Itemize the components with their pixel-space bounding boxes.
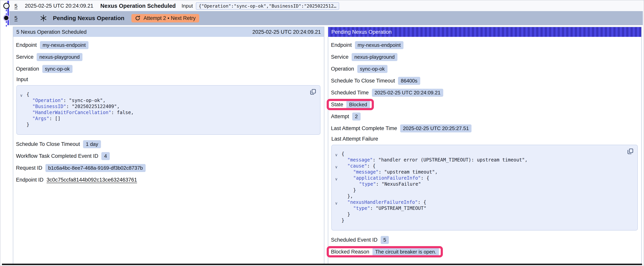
event-field-service: Servicenexus-playground [16,53,82,61]
json-line: ∨"nexusHandlerFailureInfo": { [335,199,624,205]
field-value-chip: 2 [352,113,360,121]
field-label: Workflow Task Completed Event ID [16,153,98,159]
field-value-chip: 86400s [398,77,420,85]
event-detail-panel: 5 Nexus Operation Scheduled 2025-02-25 U… [13,27,324,264]
timeline-pending-marker-filled[interactable] [4,16,8,20]
event-id-link[interactable]: 5 [14,3,18,9]
event-field-operation: Operationsync-op-ok [16,65,72,73]
field-value-chip: my-nexus-endpoint [355,41,404,49]
json-line: ∨"applicationFailureInfo": { [335,175,624,181]
event-detail-header: 5 Nexus Operation Scheduled 2025-02-25 U… [13,27,324,37]
field-label: Attempt [331,114,349,120]
field-label: Operation [331,66,354,72]
pending-field-endpoint: Endpointmy-nexus-endpoint [331,41,404,49]
pending-field-scheduled-time: Scheduled Time2025-02-25 UTC 20:24:09.21 [331,88,443,97]
json-line: "message": "handler error (UPSTREAM_TIME… [335,157,624,163]
field-value-chip: b1c6a4bc-8ee7-468a-9169-df3b02c8737b [46,164,146,172]
event-field-workflow-task-completed-event-id: Workflow Task Completed Event ID4 [16,152,110,160]
json-line: "HandlerWaitForCancellation": false, [20,110,306,116]
input-section-label: Input [16,76,321,83]
field-label: Service [16,54,34,60]
pending-id-link[interactable]: 5 [14,15,18,21]
pending-field-service: Servicenexus-playground [331,53,398,61]
last-attempt-failure-label: Last Attempt Failure [331,136,638,142]
field-label: Scheduled Time [331,90,369,96]
event-timestamp: 2025-02-25 UTC 20:24:09.21 [25,3,93,9]
field-label: State [331,102,343,108]
field-value-chip: nexus-playground [352,53,398,61]
field-value-chip: sync-op-ok [357,65,388,73]
event-detail-header-timestamp: 2025-02-25 UTC 20:24:09.21 [252,29,321,35]
event-detail-header-title: 5 Nexus Operation Scheduled [16,29,86,35]
event-input-preview-chip[interactable]: {"Operation":"sync-op-ok","BusinessID":"… [196,2,339,10]
json-line: "type": "NexusFailure" [335,181,624,187]
event-field-endpoint: Endpointmy-nexus-endpoint [16,41,88,49]
field-value-chip: sync-op-ok [42,65,72,73]
input-json-viewer: ∨{"Operation": "sync-op-ok","BusinessID"… [16,85,320,135]
field-label: Service [331,54,348,60]
field-label: Operation [16,66,39,72]
field-label: Endpoint ID [16,177,44,183]
retry-icon [135,15,141,21]
pending-field-last-attempt-complete-time: Last Attempt Complete Time2025-02-25 UTC… [331,124,472,133]
event-title: Nexus Operation Scheduled [100,3,176,9]
pending-operation-panel: Pending Nexus Operation Endpointmy-nexus… [328,27,642,264]
pending-field-scheduled-event-id: Scheduled Event ID5 [331,235,389,244]
failure-json-viewer: ∨{"message": "handler error (UPSTREAM_TI… [331,145,638,230]
timeline-event-marker-open[interactable] [3,3,10,9]
field-label: Endpoint [331,42,352,48]
retry-attempt-badge: Attempt 2 • Next Retry [131,14,199,23]
pending-panel-header: Pending Nexus Operation [328,27,641,37]
json-line: } [20,122,306,128]
pending-field-state: StateBlocked [331,100,370,109]
field-value-chip: nexus-playground [37,53,82,61]
copy-icon[interactable] [627,148,634,155]
json-line: ∨{ [335,151,624,157]
json-line: "BusinessID": "20250225122409", [20,104,306,110]
event-field-request-id: Request IDb1c6a4bc-8ee7-468a-9169-df3b02… [16,164,146,172]
field-label: Schedule To Close Timeout [16,141,80,147]
field-label: Last Attempt Complete Time [331,125,397,131]
json-line: } [335,217,624,223]
field-value-chip: Blocked [346,101,370,109]
field-value-chip: 2025-02-25 UTC 20:25:27.51 [400,124,472,132]
workflow-event-history-view: 5 2025-02-25 UTC 20:24:09.21 Nexus Opera… [0,0,644,266]
field-value-link[interactable]: 3c0c75ccfa8144b092c13ce632463761 [46,177,137,183]
json-line: "Operation": "sync-op-ok", [20,98,306,104]
field-value-chip: my-nexus-endpoint [40,41,88,49]
field-label: Scheduled Event ID [331,237,378,243]
event-field-schedule-to-close-timeout: Schedule To Close Timeout1 day [16,140,101,148]
pending-operation-row[interactable]: 5 Pending Nexus Operation Attempt 2 • Ne… [9,11,643,25]
pending-field-attempt: Attempt2 [331,112,360,121]
field-label: Blocked Reason [331,249,369,255]
pending-asterisk-icon [39,14,48,22]
field-value-chip: 1 day [83,140,101,148]
field-label: Schedule To Close Timeout [331,78,395,84]
json-line: } [335,187,624,193]
retry-badge-label: Attempt 2 • Next Retry [144,15,196,21]
json-line: ∨{ [20,92,306,98]
pending-field-operation: Operationsync-op-ok [331,65,388,73]
event-row-nexus-operation-scheduled[interactable]: 5 2025-02-25 UTC 20:24:09.21 Nexus Opera… [9,1,643,11]
copy-icon[interactable] [310,88,316,95]
field-label: Request ID [16,165,42,171]
json-line: ∨"cause": { [335,163,624,169]
window-bottom-edge [2,264,642,265]
pending-panel-header-title: Pending Nexus Operation [331,29,392,35]
json-line: }, [335,193,624,199]
field-label: Endpoint [16,42,37,48]
json-line: } [335,211,624,217]
field-value-chip: 2025-02-25 UTC 20:24:09.21 [372,89,443,97]
json-line: "type": "UPSTREAM_TIMEOUT" [335,205,624,211]
field-value-chip: 4 [101,152,110,160]
event-field-endpoint-id: Endpoint ID3c0c75ccfa8144b092c13ce632463… [16,175,137,184]
pending-field-blocked-reason: Blocked ReasonThe circuit breaker is ope… [331,247,439,256]
json-line: "Args": [] [20,116,306,122]
pending-field-schedule-to-close-timeout: Schedule To Close Timeout86400s [331,76,420,85]
pending-title: Pending Nexus Operation [53,15,124,22]
json-line: "message": "upstream timeout", [335,169,624,175]
event-input-label: Input [182,3,193,9]
field-value-chip: 5 [381,236,389,244]
field-value-chip: The circuit breaker is open. [372,248,439,256]
